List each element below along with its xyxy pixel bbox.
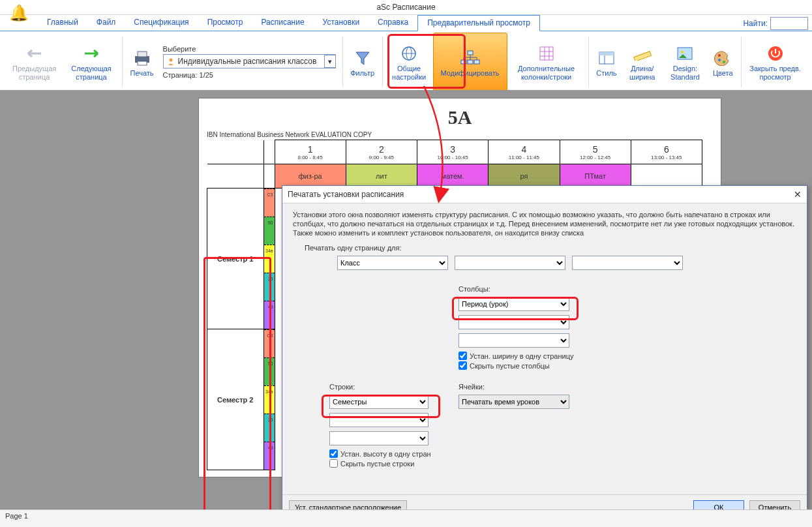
one-page-select-1[interactable]: Класс xyxy=(337,256,448,270)
row-mark: 34в xyxy=(264,385,275,414)
period-6: 6 xyxy=(664,144,669,155)
one-page-select-2[interactable] xyxy=(455,256,565,270)
picture-icon xyxy=(676,42,693,65)
svg-point-24 xyxy=(723,61,725,63)
subject-cell: ПТмат xyxy=(560,164,631,188)
prev-page-label: Предыдущая страница xyxy=(10,65,58,82)
next-page-button[interactable]: Следующая страница xyxy=(63,33,119,91)
close-preview-label: Закрыть предв. просмотр xyxy=(749,65,802,82)
close-preview-button[interactable]: Закрыть предв. просмотр xyxy=(744,33,807,91)
cells-select[interactable]: Печатать время уроков xyxy=(459,395,569,409)
svg-rect-17 xyxy=(599,52,614,55)
next-page-label: Следующая страница xyxy=(68,65,114,82)
period-2: 2 xyxy=(379,144,384,155)
size-button[interactable]: Длина/ширина xyxy=(622,33,663,91)
class-icon xyxy=(166,57,175,66)
tab-sched[interactable]: Расписание xyxy=(252,15,313,31)
ruler-icon xyxy=(633,42,652,65)
one-page-select-3[interactable] xyxy=(572,256,683,270)
row-mark: 35 xyxy=(264,414,275,442)
extra-label: Дополнительные колонки/строки xyxy=(513,65,580,82)
printer-icon xyxy=(132,47,152,69)
grid-icon xyxy=(538,42,555,65)
print-settings-dialog: Печатать установки расписания ✕ Установк… xyxy=(282,185,807,520)
svg-rect-1 xyxy=(138,52,147,57)
rows-fit-checkbox[interactable] xyxy=(329,449,338,458)
modify-button[interactable]: Модифицировать xyxy=(433,33,507,91)
layout-combo[interactable]: Индивидуальные расписания классов ▾ xyxy=(163,54,336,68)
subject-cell: физ-ра xyxy=(275,164,346,188)
svg-rect-8 xyxy=(461,60,466,64)
design-label: Design: Standard xyxy=(668,65,702,82)
tab-setup[interactable]: Установки xyxy=(314,15,368,31)
cols-fit-checkbox[interactable] xyxy=(459,352,467,360)
columns-select-1[interactable]: Период (урок) xyxy=(459,297,569,311)
subject-cell: лит xyxy=(346,164,417,188)
cols-fit-label: Устан. ширину в одну страницу xyxy=(470,352,573,360)
hierarchy-icon xyxy=(460,47,481,69)
cols-hide-checkbox[interactable] xyxy=(459,361,467,370)
tab-spec[interactable]: Спецификация xyxy=(125,15,198,31)
row-mark: 50 xyxy=(264,357,275,385)
print-label: Печать xyxy=(130,69,154,78)
close-icon[interactable]: ✕ xyxy=(794,189,802,200)
global-settings-button[interactable]: Общие настройки xyxy=(385,33,433,91)
svg-rect-19 xyxy=(634,52,652,61)
size-label: Длина/ширина xyxy=(627,65,657,82)
period-3: 3 xyxy=(450,144,455,155)
period-1: 1 xyxy=(308,144,313,155)
tab-view[interactable]: Просмотр xyxy=(198,15,252,31)
rows-select-1[interactable]: Семестры xyxy=(329,395,429,409)
subject-cell: ря xyxy=(489,164,560,188)
svg-point-22 xyxy=(718,54,721,57)
find-input[interactable] xyxy=(770,17,808,30)
tab-main[interactable]: Главный xyxy=(38,15,87,31)
columns-select-2[interactable] xyxy=(459,315,569,329)
svg-rect-10 xyxy=(474,60,479,64)
svg-rect-9 xyxy=(468,60,473,64)
svg-point-3 xyxy=(169,59,172,62)
filter-button[interactable]: Фильтр xyxy=(345,33,380,91)
rows-select-3[interactable] xyxy=(329,431,429,445)
funnel-icon xyxy=(354,47,371,69)
chevron-down-icon: ▾ xyxy=(324,55,336,68)
row-mark: 48 xyxy=(264,301,275,329)
palette-icon xyxy=(714,47,731,69)
evaluation-copy: IBN International Business Network EVALU… xyxy=(207,131,721,138)
arrow-right-icon xyxy=(81,42,102,65)
dialog-intro: Установки этого окна позволяют изменять … xyxy=(293,210,796,237)
power-icon xyxy=(767,42,784,65)
svg-rect-2 xyxy=(138,61,147,65)
extra-cols-button[interactable]: Дополнительные колонки/строки xyxy=(507,33,586,91)
design-button[interactable]: Design: Standard xyxy=(663,33,708,91)
colors-button[interactable]: Цвета xyxy=(708,33,738,91)
row-mark: 35 xyxy=(264,273,275,301)
style-label: Стиль xyxy=(596,69,616,78)
layout-icon xyxy=(598,47,615,69)
rows-select-2[interactable] xyxy=(329,413,429,427)
row-mark: 34в xyxy=(264,245,275,273)
tab-file[interactable]: Файл xyxy=(87,15,125,31)
print-button[interactable]: Печать xyxy=(125,33,159,91)
svg-point-23 xyxy=(718,59,721,61)
page-info: Страница: 1/25 xyxy=(163,71,336,79)
rows-fit-label: Устан. высоту в одну стран xyxy=(340,450,431,458)
tab-help[interactable]: Справка xyxy=(368,15,417,31)
columns-select-3[interactable] xyxy=(459,333,569,348)
prev-page-button[interactable]: Предыдущая страница xyxy=(5,33,63,91)
find-box: Найти: xyxy=(743,17,808,30)
tab-strip: Главный Файл Спецификация Просмотр Распи… xyxy=(0,15,812,31)
tab-preview[interactable]: Предварительный просмотр xyxy=(417,15,540,31)
choose-label: Выберите xyxy=(163,45,336,53)
svg-rect-11 xyxy=(540,47,553,60)
app-icon: 🔔 xyxy=(9,4,27,22)
period-4: 4 xyxy=(521,144,526,155)
rows-hide-checkbox[interactable] xyxy=(329,459,338,468)
filter-label: Фильтр xyxy=(350,69,374,78)
status-bar: Page 1 xyxy=(0,509,812,527)
style-button[interactable]: Стиль xyxy=(591,33,622,91)
select-group: Выберите Индивидуальные расписания класс… xyxy=(159,33,340,91)
ribbon: Предыдущая страница Следующая страница П… xyxy=(0,31,812,93)
arrow-left-icon xyxy=(24,42,45,65)
dialog-title: Печатать установки расписания xyxy=(288,190,404,199)
